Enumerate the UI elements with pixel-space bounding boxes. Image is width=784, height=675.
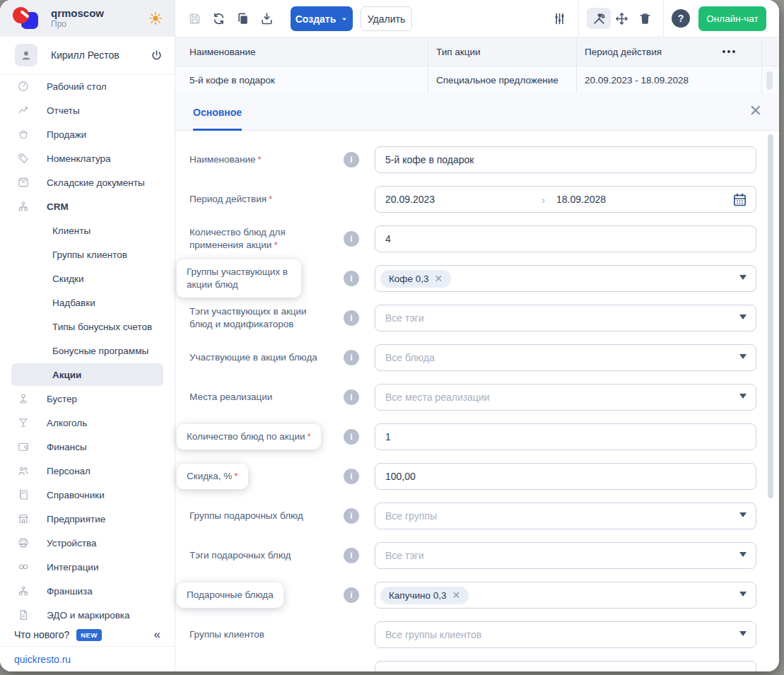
chevron-down-icon (739, 354, 747, 359)
info-icon[interactable]: i (344, 548, 359, 563)
export-icon[interactable] (256, 8, 277, 29)
info-icon[interactable]: i (344, 350, 359, 365)
enterprise-icon (17, 512, 30, 525)
form-row-cutoff: i (175, 655, 779, 671)
site-link[interactable]: quickresto.ru (14, 654, 71, 665)
sidebar-item-16[interactable]: Персонал (0, 459, 175, 483)
edo-icon (17, 609, 30, 621)
online-chat-button[interactable]: Онлайн-чат (698, 6, 766, 31)
gift-dishes-select[interactable]: Капучино 0,3✕ (375, 582, 756, 609)
tools-icon[interactable] (587, 8, 611, 29)
sidebar-item-7[interactable]: Группы клиентов (0, 242, 175, 266)
sidebar-item-13[interactable]: Бустер (0, 387, 175, 411)
filter-icon[interactable] (549, 8, 570, 29)
sidebar-item-15[interactable]: Финансы (0, 435, 175, 459)
highlight-bubble-label: Количество блюд по акции* (177, 424, 321, 450)
gift-tags-select[interactable]: Все тэги (375, 542, 756, 569)
sidebar-item-10[interactable]: Типы бонусных счетов (0, 315, 175, 339)
table-row[interactable]: 5-й кофе в подарокСпециальное предложени… (175, 66, 779, 93)
close-icon[interactable]: ✕ (749, 103, 762, 119)
form-row-client-groups: Группы клиентовiВсе группы клиентов (175, 615, 779, 655)
help-icon[interactable]: ? (672, 9, 690, 28)
column-header-0[interactable]: Наименование (189, 37, 256, 66)
info-icon[interactable]: i (344, 429, 359, 445)
sidebar-item-0[interactable]: Рабочий стол (0, 74, 175, 98)
booster-icon (17, 392, 30, 405)
form-row-discount: Скидка, %*i (175, 457, 779, 496)
client-groups-select[interactable]: Все группы клиентов (375, 621, 756, 648)
sales-icon (17, 128, 30, 141)
info-icon[interactable]: i (344, 469, 359, 484)
theme-toggle-sun-icon[interactable] (148, 11, 163, 26)
select-placeholder: Все блюда (385, 352, 435, 363)
sidebar-item-19[interactable]: Устройства (0, 531, 175, 555)
sidebar-item-17[interactable]: Справочники (0, 483, 175, 507)
sidebar-item-9[interactable]: Надбавки (0, 290, 175, 315)
sidebar-item-label: Клиенты (52, 225, 90, 236)
column-header-1[interactable]: Тип акции (436, 37, 480, 66)
trash-icon[interactable] (634, 8, 655, 29)
sidebar-item-1[interactable]: Отчеты (0, 98, 175, 122)
info-icon[interactable]: i (344, 231, 359, 247)
info-icon[interactable]: i (344, 587, 359, 603)
delete-button[interactable]: Удалить (361, 6, 412, 31)
chevron-down-icon (739, 394, 747, 399)
sidebar-item-4[interactable]: Складские документы (0, 170, 175, 194)
sidebar-item-6[interactable]: Клиенты (0, 218, 175, 242)
collapse-sidebar-icon[interactable]: « (154, 628, 160, 642)
discount-input[interactable] (375, 463, 756, 490)
sale-places-select[interactable]: Все места реализации (375, 384, 756, 411)
sidebar-item-14[interactable]: Алкоголь (0, 411, 175, 435)
refresh-icon[interactable] (208, 8, 229, 29)
info-icon[interactable]: i (344, 508, 359, 524)
form-scrollbar-thumb[interactable] (768, 134, 773, 498)
info-icon[interactable]: i (344, 310, 359, 326)
period-daterange-input[interactable]: 20.09.2023›18.09.2028 (375, 186, 756, 213)
sidebar-item-label: Группы клиентов (52, 250, 127, 260)
logout-power-icon[interactable] (150, 49, 163, 62)
chip-remove-icon[interactable]: ✕ (452, 590, 461, 600)
sidebar-item-20[interactable]: Интеграции (0, 555, 175, 579)
required-asterisk: * (234, 471, 238, 481)
table-scrollbar-thumb[interactable] (766, 71, 773, 90)
name-input[interactable] (375, 146, 756, 173)
cutoff-input[interactable] (375, 661, 756, 671)
participating-dishes-select[interactable]: Все блюда (375, 344, 756, 371)
move-icon[interactable] (611, 8, 632, 29)
sidebar-item-21[interactable]: Франшиза (0, 579, 175, 603)
whats-new-link[interactable]: Что нового? (14, 629, 69, 640)
sidebar-item-2[interactable]: Продажи (0, 122, 175, 146)
column-header-2[interactable]: Период действия (585, 37, 662, 66)
qty-by-promo-input[interactable] (375, 423, 756, 450)
toolbar: Создать Удалить ? Онлайн-чат (175, 0, 779, 37)
participating-groups-select[interactable]: Кофе 0,3✕ (375, 265, 756, 292)
sidebar-item-8[interactable]: Скидки (0, 266, 175, 290)
panel-tabbar: Основное ✕ (175, 93, 779, 131)
chip-remove-icon[interactable]: ✕ (435, 274, 443, 283)
brand-text: qrmoscow Про (51, 7, 104, 29)
participating-tags-select[interactable]: Все тэги (375, 305, 756, 331)
devices-icon (17, 536, 30, 549)
create-button[interactable]: Создать (291, 6, 353, 31)
info-icon[interactable]: i (344, 389, 359, 405)
info-icon[interactable]: i (344, 152, 359, 168)
selected-chip: Кофе 0,3✕ (380, 270, 451, 288)
sidebar-item-12[interactable]: Акции (0, 363, 175, 387)
column-settings-icon[interactable] (722, 37, 735, 66)
info-icon[interactable]: i (344, 271, 359, 286)
gift-groups-select[interactable]: Все группы (375, 503, 756, 529)
row-cell-1: Специальное предложение (436, 66, 558, 93)
sidebar-item-3[interactable]: Номенклатура (0, 146, 175, 170)
sidebar-item-11[interactable]: Бонусные программы (0, 339, 175, 363)
copy-icon[interactable] (232, 8, 253, 29)
sidebar-item-18[interactable]: Предприятие (0, 507, 175, 531)
sidebar-item-5[interactable]: CRM (0, 194, 175, 218)
highlight-bubble-label: Подарочные блюда (177, 582, 283, 608)
finance-icon (17, 440, 30, 453)
save-icon[interactable] (184, 8, 205, 29)
calendar-icon[interactable] (732, 192, 748, 208)
required-asterisk: * (274, 240, 277, 250)
tab-main[interactable]: Основное (193, 93, 242, 131)
qty-for-apply-input[interactable] (375, 225, 756, 252)
field-label: Подарочные блюда (189, 582, 324, 608)
